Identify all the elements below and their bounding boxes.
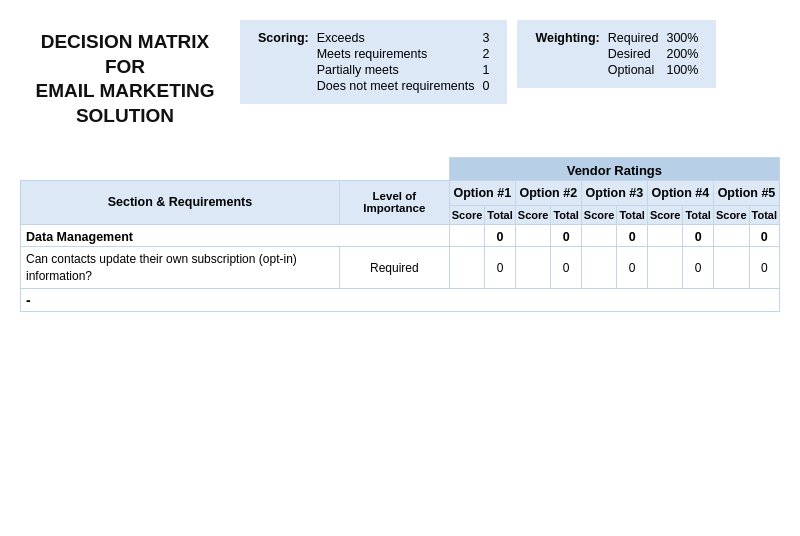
data-management-section-row: Data Management 0 0 0 0 0: [21, 224, 780, 246]
scoring-notmeet-desc: Does not meet requirements: [313, 78, 479, 94]
dm-total-5: 0: [749, 224, 779, 246]
scoring-exceeds-val: 3: [478, 30, 493, 46]
req-total-5: 0: [749, 246, 779, 289]
total-header-4: Total: [683, 205, 713, 224]
vendor-ratings-row: Vendor Ratings: [21, 157, 780, 180]
option1-header: Option #1: [449, 180, 515, 205]
page: DECISION MATRIX FOR EMAIL MARKETING SOLU…: [0, 0, 800, 536]
option2-header: Option #2: [515, 180, 581, 205]
req-level: Required: [339, 246, 449, 289]
scoring-box: Scoring: Exceeds 3 Meets requirements 2 …: [240, 20, 507, 104]
title-block: DECISION MATRIX FOR EMAIL MARKETING SOLU…: [20, 20, 230, 139]
dm-total-3: 0: [617, 224, 647, 246]
total-header-2: Total: [551, 205, 581, 224]
option3-header: Option #3: [581, 180, 647, 205]
weighting-desired-desc: Desired: [604, 46, 663, 62]
scoring-partial-val: 1: [478, 62, 493, 78]
scoring-label: Scoring:: [254, 30, 313, 46]
req-total-2: 0: [551, 246, 581, 289]
requirement-row-1: Can contacts update their own subscripti…: [21, 246, 780, 289]
score-header-2: Score: [515, 205, 551, 224]
matrix-table-wrap: Vendor Ratings Section & Requirements Le…: [20, 157, 780, 516]
weighting-optional-val: 100%: [662, 62, 702, 78]
option-headers-row: Section & Requirements Level of Importan…: [21, 180, 780, 205]
req-score-3[interactable]: [581, 246, 617, 289]
option5-header: Option #5: [713, 180, 779, 205]
total-header-1: Total: [485, 205, 515, 224]
scoring-row-notmeet: Does not meet requirements 0: [254, 78, 493, 94]
dm-total-2: 0: [551, 224, 581, 246]
scoring-exceeds-desc: Exceeds: [313, 30, 479, 46]
req-score-5[interactable]: [713, 246, 749, 289]
dm-score-1: [449, 224, 485, 246]
req-score-1[interactable]: [449, 246, 485, 289]
weighting-box: Weighting: Required 300% Desired 200% Op…: [517, 20, 716, 88]
level-header: Level of Importance: [339, 180, 449, 224]
weighting-row-required: Weighting: Required 300%: [531, 30, 702, 46]
dm-total-1: 0: [485, 224, 515, 246]
req-total-3: 0: [617, 246, 647, 289]
weighting-desired-val: 200%: [662, 46, 702, 62]
dm-score-2: [515, 224, 551, 246]
req-score-2[interactable]: [515, 246, 551, 289]
score-header-1: Score: [449, 205, 485, 224]
empty-top-left: [21, 157, 450, 180]
vendor-ratings-header: Vendor Ratings: [449, 157, 779, 180]
weighting-label: Weighting:: [531, 30, 603, 46]
dot-row: -: [21, 289, 780, 312]
data-management-label: Data Management: [21, 224, 450, 246]
score-header-3: Score: [581, 205, 617, 224]
section-req-header: Section & Requirements: [21, 180, 340, 224]
scoring-row-meets: Meets requirements 2: [254, 46, 493, 62]
req-total-4: 0: [683, 246, 713, 289]
dot-label: -: [21, 289, 780, 312]
dm-score-5: [713, 224, 749, 246]
total-header-3: Total: [617, 205, 647, 224]
scoring-partial-desc: Partially meets: [313, 62, 479, 78]
scoring-notmeet-val: 0: [478, 78, 493, 94]
scoring-table: Scoring: Exceeds 3 Meets requirements 2 …: [254, 30, 493, 94]
scoring-row-exceeds: Scoring: Exceeds 3: [254, 30, 493, 46]
req-score-4[interactable]: [647, 246, 683, 289]
scoring-meets-val: 2: [478, 46, 493, 62]
scoring-meets-desc: Meets requirements: [313, 46, 479, 62]
score-header-5: Score: [713, 205, 749, 224]
option4-header: Option #4: [647, 180, 713, 205]
dm-score-3: [581, 224, 617, 246]
total-header-5: Total: [749, 205, 779, 224]
req-total-1: 0: [485, 246, 515, 289]
weighting-table: Weighting: Required 300% Desired 200% Op…: [531, 30, 702, 78]
scoring-row-partial: Partially meets 1: [254, 62, 493, 78]
matrix-table: Vendor Ratings Section & Requirements Le…: [20, 157, 780, 313]
weighting-required-val: 300%: [662, 30, 702, 46]
dm-score-4: [647, 224, 683, 246]
score-header-4: Score: [647, 205, 683, 224]
page-title: DECISION MATRIX FOR EMAIL MARKETING SOLU…: [25, 30, 225, 129]
dm-total-4: 0: [683, 224, 713, 246]
weighting-row-desired: Desired 200%: [531, 46, 702, 62]
weighting-row-optional: Optional 100%: [531, 62, 702, 78]
req-description: Can contacts update their own subscripti…: [21, 246, 340, 289]
weighting-optional-desc: Optional: [604, 62, 663, 78]
top-section: DECISION MATRIX FOR EMAIL MARKETING SOLU…: [20, 20, 780, 139]
weighting-required-desc: Required: [604, 30, 663, 46]
